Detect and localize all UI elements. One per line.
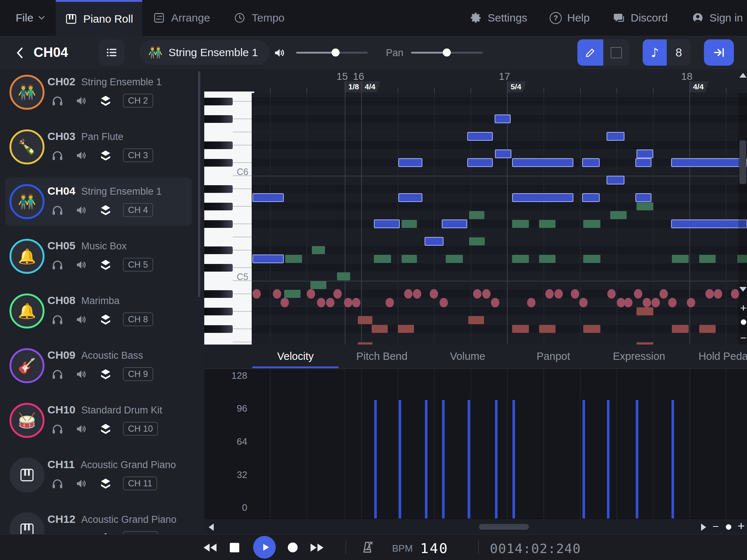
- horizontal-zoom-reset-button[interactable]: [726, 524, 731, 530]
- speaker-icon[interactable]: [75, 477, 88, 490]
- midi-note-selected-track[interactable]: [635, 158, 651, 167]
- midi-note-drum-track[interactable]: [468, 316, 484, 324]
- black-key[interactable]: [204, 325, 233, 333]
- midi-note-other-track[interactable]: [583, 255, 600, 263]
- midi-note-other-track[interactable]: [446, 255, 463, 263]
- headphone-icon[interactable]: [51, 477, 64, 490]
- rewind-button[interactable]: [201, 542, 217, 553]
- drum-hit-note[interactable]: [634, 289, 642, 299]
- velocity-bar[interactable]: [671, 400, 674, 518]
- record-button[interactable]: [288, 542, 298, 552]
- black-key[interactable]: [204, 203, 233, 210]
- velocity-panel[interactable]: 1289664320: [204, 369, 747, 520]
- midi-note-drum-track[interactable]: [583, 325, 600, 333]
- quantize-value-button[interactable]: 8: [667, 39, 691, 66]
- track-item-ch09[interactable]: 🎸CH09Acoustic BassCH 9: [0, 366, 204, 366]
- vertical-zoom-in-button[interactable]: +: [738, 303, 747, 314]
- midi-note-drum-track[interactable]: [398, 325, 414, 333]
- drum-hit-note[interactable]: [404, 289, 413, 299]
- velocity-bar[interactable]: [607, 400, 609, 518]
- midi-note-other-track[interactable]: [699, 255, 716, 263]
- midi-note-selected-track[interactable]: [582, 193, 600, 202]
- track-list-button[interactable]: [98, 39, 125, 66]
- metronome-icon[interactable]: [360, 540, 374, 554]
- track-item-ch04[interactable]: 👬CH04String Ensemble 1CH 4: [0, 202, 204, 202]
- midi-note-other-track[interactable]: [284, 290, 301, 298]
- layers-icon[interactable]: [99, 313, 112, 326]
- layers-icon[interactable]: [99, 258, 112, 271]
- black-key[interactable]: [204, 185, 233, 193]
- black-key[interactable]: [204, 220, 233, 228]
- volume-slider[interactable]: [296, 48, 368, 57]
- velocity-bar[interactable]: [468, 400, 470, 518]
- controller-tab-hold-pedal[interactable]: Hold Pedal: [684, 345, 747, 368]
- midi-note-selected-track[interactable]: [398, 158, 422, 167]
- midi-note-selected-track[interactable]: [495, 149, 511, 158]
- midi-note-drum-track[interactable]: [636, 307, 653, 315]
- drum-hit-note[interactable]: [440, 298, 448, 307]
- drum-hit-note[interactable]: [527, 298, 535, 307]
- track-avatar[interactable]: [9, 512, 44, 534]
- midi-note-other-track[interactable]: [672, 255, 689, 263]
- controller-tab-expression[interactable]: Expression: [599, 345, 679, 368]
- track-avatar[interactable]: 🥁: [9, 403, 44, 438]
- time-signature-tag[interactable]: 4/4: [689, 81, 709, 92]
- drum-hit-note[interactable]: [571, 289, 579, 299]
- file-menu-button[interactable]: File: [16, 0, 45, 36]
- vertical-zoom-out-button[interactable]: −: [738, 332, 747, 343]
- midi-note-selected-track[interactable]: [607, 132, 624, 141]
- midi-note-selected-track[interactable]: [467, 132, 493, 141]
- vertical-scrollbar-thumb[interactable]: [739, 140, 746, 184]
- drum-hit-note[interactable]: [659, 289, 668, 299]
- midi-note-selected-track[interactable]: [512, 158, 573, 167]
- midi-note-selected-track[interactable]: [252, 254, 284, 263]
- midi-note-selected-track[interactable]: [374, 219, 400, 228]
- controller-tab-volume[interactable]: Volume: [427, 345, 508, 368]
- black-key[interactable]: [204, 141, 233, 149]
- layers-icon[interactable]: [99, 477, 112, 490]
- track-item-ch08[interactable]: 🔔CH08MarimbaCH 8: [0, 311, 204, 311]
- piano-keyboard[interactable]: C6C5: [204, 93, 252, 345]
- headphone-icon[interactable]: [51, 313, 64, 326]
- midi-note-other-track[interactable]: [285, 255, 302, 263]
- midi-note-selected-track[interactable]: [607, 176, 624, 184]
- midi-note-other-track[interactable]: [312, 246, 325, 254]
- bpm-value[interactable]: 140: [420, 540, 449, 556]
- tab-piano-roll[interactable]: Piano Roll: [56, 0, 142, 36]
- track-avatar[interactable]: 🔔: [9, 239, 44, 274]
- midi-note-selected-track[interactable]: [512, 193, 573, 202]
- layers-icon[interactable]: [99, 368, 112, 381]
- drum-hit-note[interactable]: [554, 289, 563, 299]
- nav-discord[interactable]: Discord: [613, 0, 668, 36]
- midi-note-drum-track[interactable]: [372, 325, 388, 333]
- track-item-ch11[interactable]: CH11Acoustic Grand PianoCH 11: [0, 475, 204, 475]
- horizontal-zoom-out-button[interactable]: −: [711, 521, 721, 532]
- drum-hit-note[interactable]: [352, 298, 360, 307]
- track-avatar[interactable]: 👬: [9, 184, 44, 219]
- drum-hit-note[interactable]: [386, 298, 394, 307]
- midi-note-other-track[interactable]: [337, 272, 350, 280]
- midi-note-other-track[interactable]: [469, 237, 485, 245]
- velocity-bar[interactable]: [495, 400, 498, 518]
- selection-tool-button[interactable]: [603, 39, 629, 66]
- drum-hit-note[interactable]: [579, 298, 588, 307]
- drum-hit-note[interactable]: [545, 289, 554, 299]
- midi-note-other-track[interactable]: [374, 255, 391, 263]
- drum-hit-note[interactable]: [705, 289, 714, 299]
- midi-note-other-track[interactable]: [402, 255, 417, 263]
- drum-hit-note[interactable]: [413, 289, 421, 299]
- midi-note-other-track[interactable]: [310, 281, 326, 289]
- time-signature-tag[interactable]: 4/4: [361, 81, 380, 92]
- midi-note-selected-track[interactable]: [495, 114, 511, 123]
- track-avatar[interactable]: 🍾: [9, 129, 44, 164]
- layers-icon[interactable]: [99, 94, 112, 107]
- tab-tempo[interactable]: Tempo: [224, 0, 294, 36]
- midi-note-other-track[interactable]: [512, 220, 529, 228]
- black-key[interactable]: [204, 159, 233, 167]
- velocity-bar[interactable]: [512, 400, 515, 518]
- track-item-ch12[interactable]: CH12Acoustic Grand PianoCH 12: [0, 530, 204, 530]
- black-key[interactable]: [204, 246, 233, 254]
- drum-hit-note[interactable]: [280, 298, 289, 307]
- bar-ruler[interactable]: 151/8164/4175/4184/4: [204, 69, 747, 93]
- pan-slider-thumb[interactable]: [443, 48, 451, 57]
